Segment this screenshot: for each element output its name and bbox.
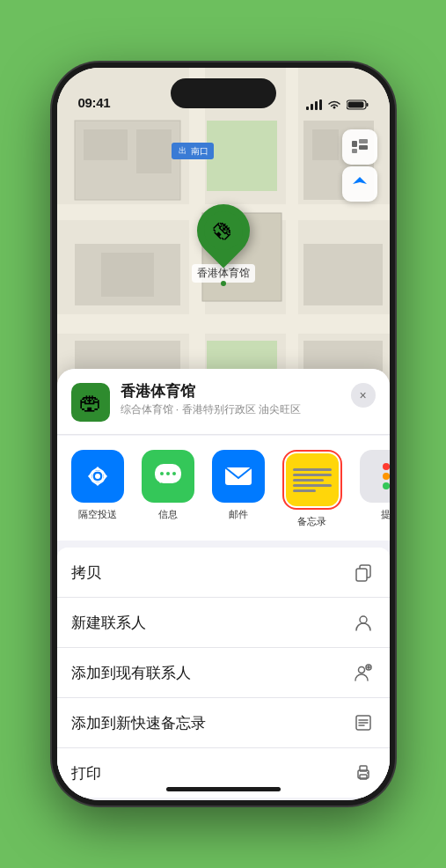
note-icon (351, 710, 376, 735)
red-dot (383, 463, 390, 470)
location-arrow-icon (351, 175, 369, 193)
person-icon (351, 610, 376, 635)
svg-point-31 (172, 472, 176, 475)
svg-rect-21 (352, 141, 357, 147)
messages-label: 信息 (158, 508, 178, 521)
svg-rect-24 (352, 149, 357, 153)
notes-line-2 (293, 474, 332, 476)
svg-rect-13 (101, 253, 154, 297)
wifi-icon (327, 99, 341, 110)
pin-inner: 🏟 (204, 211, 243, 250)
svg-rect-9 (57, 314, 390, 334)
print-icon (351, 761, 376, 785)
print-label: 打印 (71, 763, 101, 783)
action-copy[interactable]: 拷贝 (57, 548, 390, 598)
svg-rect-16 (312, 129, 339, 160)
phone-frame: 09:41 (52, 63, 395, 805)
notes-line-5 (293, 489, 316, 492)
svg-rect-17 (303, 244, 383, 305)
notes-line-4 (293, 484, 332, 487)
airdrop-label: 隔空投送 (78, 508, 117, 521)
svg-rect-34 (356, 569, 367, 581)
location-pin: 🏟 香港体育馆 (192, 204, 255, 283)
status-icons (306, 99, 369, 110)
close-button[interactable]: × (351, 383, 376, 408)
svg-point-30 (166, 472, 170, 475)
orange-dot (383, 473, 390, 480)
venue-icon: 🏟 (79, 389, 102, 416)
location-thumbnail: 🏟 (71, 383, 110, 422)
map-controls (342, 129, 377, 202)
svg-point-26 (95, 474, 100, 479)
action-list: 拷贝 新建联系人 (57, 548, 390, 798)
notes-label: 备忘录 (297, 515, 326, 528)
action-quick-note[interactable]: 添加到新快速备忘录 (57, 698, 390, 748)
messages-icon (142, 450, 194, 503)
pin-dot (221, 281, 226, 286)
action-add-contact[interactable]: 添加到现有联系人 (57, 648, 390, 698)
more-icon (360, 450, 390, 503)
svg-point-35 (360, 616, 367, 623)
map-exit-label: 出 南口 (172, 143, 214, 159)
status-time: 09:41 (78, 95, 111, 110)
svg-rect-22 (359, 139, 368, 143)
svg-rect-2 (347, 102, 363, 108)
home-indicator (166, 787, 281, 791)
quick-note-label: 添加到新快速备忘录 (71, 713, 206, 733)
svg-point-29 (160, 472, 164, 475)
share-app-mail[interactable]: 邮件 (212, 450, 265, 528)
notes-line-1 (293, 468, 332, 471)
share-app-notes[interactable]: 备忘录 (282, 450, 342, 528)
svg-rect-11 (207, 121, 277, 191)
new-contact-label: 新建联系人 (71, 613, 146, 633)
more-label: 提 (381, 508, 390, 521)
notes-icon (286, 453, 339, 506)
location-description: 综合体育馆 · 香港特别行政区 油尖旺区 (121, 403, 340, 417)
map-type-button[interactable] (342, 129, 377, 165)
add-contact-label: 添加到现有联系人 (71, 663, 191, 683)
mail-label: 邮件 (229, 508, 248, 521)
notes-highlight (282, 450, 342, 510)
location-header: 🏟 香港体育馆 综合体育馆 · 香港特别行政区 油尖旺区 × (57, 369, 390, 435)
svg-rect-46 (360, 775, 367, 779)
bottom-sheet: 🏟 香港体育馆 综合体育馆 · 香港特别行政区 油尖旺区 × (57, 369, 390, 800)
notes-line-3 (293, 479, 324, 482)
svg-rect-23 (359, 145, 368, 150)
svg-rect-1 (366, 103, 368, 107)
notes-lines-container (286, 463, 339, 497)
copy-label: 拷贝 (71, 563, 101, 583)
map-type-icon (350, 137, 369, 157)
svg-point-47 (367, 772, 369, 774)
pin-circle: 🏟 (186, 194, 260, 268)
action-new-contact[interactable]: 新建联系人 (57, 598, 390, 648)
airdrop-icon (71, 450, 124, 503)
green-dot (383, 482, 390, 489)
battery-icon (347, 99, 369, 110)
stadium-icon: 🏟 (207, 215, 239, 247)
location-info: 香港体育馆 综合体育馆 · 香港特别行政区 油尖旺区 (121, 383, 340, 417)
dynamic-island (171, 78, 276, 108)
person-add-icon (351, 660, 376, 685)
signal-icon (306, 99, 322, 110)
svg-point-36 (358, 667, 364, 673)
share-app-messages[interactable]: 信息 (142, 450, 194, 528)
share-app-more[interactable]: 提 (360, 450, 390, 528)
share-apps-row: 隔空投送 信息 (57, 436, 390, 541)
location-name: 香港体育馆 (121, 383, 340, 401)
colored-dots (376, 456, 390, 497)
svg-rect-5 (84, 129, 128, 160)
location-button[interactable] (342, 166, 377, 202)
mail-icon (212, 450, 265, 503)
phone-screen: 09:41 (57, 68, 390, 800)
copy-icon (351, 560, 376, 585)
svg-rect-6 (136, 129, 172, 173)
share-app-airdrop[interactable]: 隔空投送 (71, 450, 124, 528)
